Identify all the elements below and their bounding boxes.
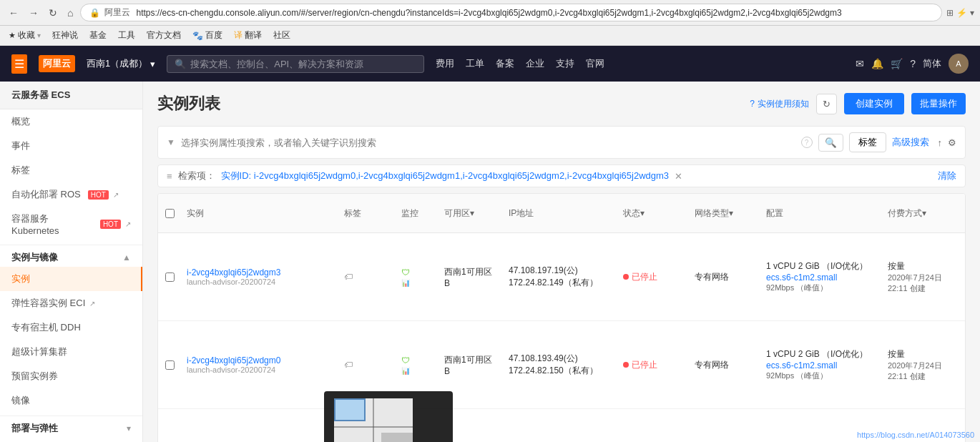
row1-config-link[interactable]: ecs.s6-c1m2.small: [766, 272, 876, 283]
search-button[interactable]: 🔍: [818, 134, 843, 152]
filter-close-icon[interactable]: ✕: [675, 171, 682, 182]
nav-ticket[interactable]: 工单: [466, 57, 484, 70]
bookmark-tools[interactable]: 工具: [115, 28, 138, 43]
global-search[interactable]: 🔍: [167, 55, 424, 73]
advanced-search-link[interactable]: 高级搜索: [892, 136, 929, 149]
back-button[interactable]: ←: [6, 6, 21, 20]
bookmark-community[interactable]: 社区: [270, 28, 293, 43]
url-bar[interactable]: 🔒 阿里云 https://ecs-cn-chengdu.console.ali…: [80, 4, 942, 21]
sidebar-item-instances[interactable]: 实例: [0, 267, 142, 291]
search-input[interactable]: [190, 59, 416, 69]
col-status[interactable]: 状态▾: [617, 194, 689, 232]
tooltip-preview: [334, 398, 413, 442]
sidebar-item-ros[interactable]: 自动化部署 ROS HOT ↗: [0, 182, 142, 207]
language-selector[interactable]: 简体: [923, 57, 941, 70]
row1-monitor: 🛡 📊: [396, 260, 438, 294]
sidebar: 云服务器 ECS 概览 事件 标签 自动化部署 ROS HOT ↗ 容器服务 K…: [0, 82, 143, 442]
row1-zone: 西南1可用区B: [438, 259, 503, 295]
filter-input[interactable]: [181, 137, 795, 148]
col-monitor: 监控: [396, 194, 438, 232]
row1-status: 已停止: [617, 264, 689, 290]
refresh-button[interactable]: ↻: [46, 6, 60, 20]
bookmark-baidu[interactable]: 🐾 百度: [190, 28, 225, 43]
aliyun-logo: 阿里云: [39, 55, 75, 72]
bookmark-docs[interactable]: 官方文档: [144, 28, 184, 43]
bookmark-kuangshen[interactable]: 狂神说: [49, 28, 81, 43]
row2-network: 专有网络: [689, 352, 760, 378]
nav-fees[interactable]: 费用: [436, 57, 454, 70]
help-icon[interactable]: ?: [910, 58, 916, 69]
col-zone[interactable]: 可用区▾: [438, 194, 503, 232]
region-selector[interactable]: 西南1（成都） ▾: [87, 57, 155, 70]
row2-checkbox[interactable]: [158, 353, 181, 377]
filter-help-icon: ?: [801, 137, 813, 148]
row2-monitor: 🛡 📊: [396, 348, 438, 382]
url-text: https://ecs-cn-chengdu.console.aliyun.co…: [136, 8, 933, 18]
col-config: 配置: [760, 194, 882, 232]
page-title: 实例列表: [157, 93, 220, 114]
instance-table: 实例 标签 监控 可用区▾ IP地址 状态▾ 网络类型▾ 配置 付费方式▾ 操作…: [157, 193, 966, 442]
user-avatar[interactable]: A: [949, 54, 969, 74]
logo-area[interactable]: 阿里云: [39, 55, 75, 72]
row2-ip: 47.108.193.49(公) 172.24.82.150（私有）: [503, 345, 617, 384]
row2-config-link[interactable]: ecs.s6-c1m2.small: [766, 360, 876, 370]
table-row: i-2vcg4bxglqi65j2wdgm3 launch-advisor-20…: [158, 233, 965, 321]
sidebar-item-overview[interactable]: 概览: [0, 109, 142, 134]
sidebar-item-tags[interactable]: 标签: [0, 158, 142, 182]
page-actions: ? 实例使用须知 ↻ 创建实例 批量操作: [750, 93, 966, 114]
cart-icon[interactable]: 🛒: [891, 58, 903, 69]
forward-button[interactable]: →: [26, 6, 41, 20]
upload-icon: ↑: [938, 137, 943, 148]
row1-instance-sub: launch-advisor-20200724: [187, 278, 333, 286]
batch-operation-button[interactable]: 批量操作: [911, 93, 966, 114]
bookmark-translate[interactable]: 译 翻译: [231, 28, 265, 43]
select-all-checkbox[interactable]: [158, 194, 181, 232]
help-notice[interactable]: ? 实例使用须知: [750, 98, 809, 110]
tag-icon: 🏷: [344, 272, 353, 282]
clear-filter-button[interactable]: 清除: [938, 170, 956, 182]
hamburger-icon[interactable]: ☰: [11, 54, 27, 74]
settings-icon[interactable]: ⚙: [948, 137, 956, 148]
refresh-button[interactable]: ↻: [816, 94, 837, 114]
col-network[interactable]: 网络类型▾: [689, 194, 760, 232]
row2-instance-id[interactable]: i-2vcg4bxglqi65j2wdgm0: [187, 355, 333, 365]
bookmark-fund[interactable]: 基金: [87, 28, 109, 43]
nav-official[interactable]: 官网: [586, 57, 604, 70]
nav-record[interactable]: 备案: [496, 57, 514, 70]
sidebar-item-eci[interactable]: 弹性容器实例 ECI ↗: [0, 291, 142, 315]
sidebar-item-reserved[interactable]: 预留实例券: [0, 364, 142, 388]
home-button[interactable]: ⌂: [64, 6, 76, 20]
sidebar-section-deploy[interactable]: 部署与弹性 ▾: [0, 416, 142, 438]
bookmarks-folder[interactable]: ★ 收藏 ▾: [6, 28, 44, 43]
sidebar-item-hpc[interactable]: 超级计算集群: [0, 340, 142, 364]
content-area: 实例列表 ? 实例使用须知 ↻ 创建实例 批量操作 ▼ ? 🔍: [143, 82, 980, 442]
create-instance-button[interactable]: 创建实例: [844, 93, 904, 114]
main-area: 云服务器 ECS 概览 事件 标签 自动化部署 ROS HOT ↗ 容器服务 K…: [0, 82, 980, 442]
sidebar-item-events[interactable]: 事件: [0, 134, 142, 158]
bookmarks-bar: ★ 收藏 ▾ 狂神说 基金 工具 官方文档 🐾 百度 译 翻译 社区: [0, 26, 980, 46]
chevron-down-icon: ▾: [150, 59, 155, 69]
tag-icon2: 🏷: [344, 360, 353, 370]
table-row: i-2vcg4bxglqi65j2wdgm1 launch-advisor-20…: [158, 409, 965, 442]
row1-instance-id[interactable]: i-2vcg4bxglqi65j2wdgm3: [187, 267, 333, 278]
nav-enterprise[interactable]: 企业: [526, 57, 544, 70]
secure-icon: 🔒: [89, 8, 100, 18]
sidebar-item-images[interactable]: 镜像: [0, 388, 142, 413]
message-icon[interactable]: ✉: [856, 58, 864, 69]
sidebar-item-ddh[interactable]: 专有宿主机 DDH: [0, 315, 142, 340]
row1-checkbox[interactable]: [158, 265, 181, 289]
row2-payment: 按量 2020年7月24日 22:11 创建: [882, 341, 966, 389]
col-instance: 实例: [181, 194, 338, 232]
row2-status: 已停止: [617, 352, 689, 378]
sidebar-section-instances[interactable]: 实例与镜像 ▲: [0, 245, 142, 267]
table-header: 实例 标签 监控 可用区▾ IP地址 状态▾ 网络类型▾ 配置 付费方式▾ 操作: [158, 194, 965, 233]
notification-icon[interactable]: 🔔: [871, 58, 883, 69]
sidebar-item-kubernetes[interactable]: 容器服务 Kubernetes HOT ↗: [0, 207, 142, 242]
tag-search-button[interactable]: 标签: [849, 132, 886, 152]
col-payment[interactable]: 付费方式▾: [882, 194, 966, 232]
row2-tags[interactable]: 🏷: [338, 353, 396, 377]
row1-tags[interactable]: 🏷: [338, 265, 396, 289]
question-icon: ?: [750, 99, 755, 109]
nav-support[interactable]: 支持: [556, 57, 574, 70]
nav-links: 费用 工单 备案 企业 支持 官网: [436, 57, 604, 70]
